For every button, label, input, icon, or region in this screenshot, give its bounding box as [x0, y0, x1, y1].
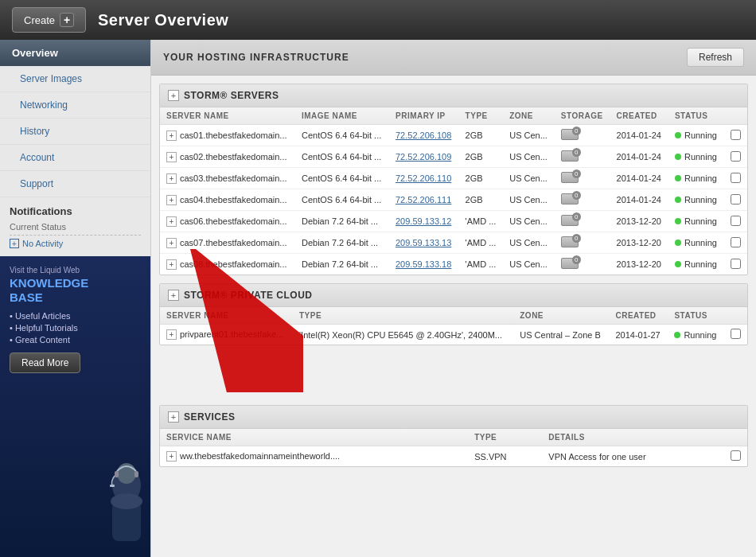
expand-icon[interactable]: + [166, 329, 177, 340]
expand-icon[interactable]: + [166, 451, 177, 462]
table-row: +privparent01.thebestfake... 'Intel(R) X… [160, 325, 747, 345]
table-row: +cas03.thebestfakedomain... CentOS 6.4 6… [160, 168, 747, 189]
ip-link[interactable]: 72.52.206.109 [396, 152, 451, 162]
row-checkbox[interactable] [731, 130, 741, 140]
row-checkbox[interactable] [731, 194, 741, 204]
sidebar-item-server-images[interactable]: Server Images [0, 66, 150, 92]
kb-ad-banner: Visit the Liquid Web KNOWLEDGE BASE Usef… [0, 256, 150, 557]
ip-link[interactable]: 209.59.133.12 [396, 216, 451, 226]
row-checkbox[interactable] [731, 173, 741, 183]
col-svc-details: DETAILS [542, 429, 724, 446]
expand-icon[interactable]: + [166, 173, 177, 184]
ip-link[interactable]: 209.59.133.13 [396, 238, 451, 247]
create-button[interactable]: Create + [12, 7, 86, 33]
row-checkbox[interactable] [731, 237, 741, 247]
status-dot [675, 132, 681, 138]
col-checkbox [724, 107, 747, 125]
storm-servers-section: + STORM® SERVERS SERVER NAME IMAGE NAME … [159, 84, 748, 275]
storage-icon: 0 [561, 215, 579, 226]
plus-icon: + [60, 13, 74, 27]
services-toggle[interactable]: + [168, 411, 179, 423]
expand-icon[interactable]: + [166, 238, 177, 248]
col-storage: STORAGE [555, 107, 610, 125]
kb-ad-title-line1: KNOWLEDGE [10, 276, 88, 290]
expand-icon[interactable]: + [166, 152, 177, 162]
status-running: Running [675, 195, 718, 204]
status-dot [675, 154, 681, 160]
table-row: +cas08.thebestfakedomain... Debian 7.2 6… [160, 254, 747, 275]
storm-private-cloud-title: STORM® PRIVATE CLOUD [184, 290, 313, 301]
ip-link[interactable]: 72.52.206.108 [396, 130, 451, 140]
refresh-button[interactable]: Refresh [687, 48, 744, 67]
disk-badge: 0 [572, 234, 581, 243]
disk-badge: 0 [572, 169, 581, 178]
col-status: STATUS [668, 107, 724, 125]
svg-point-3 [111, 493, 142, 509]
sidebar-item-support[interactable]: Support [0, 171, 150, 197]
sidebar-item-history[interactable]: History [0, 119, 150, 145]
storm-servers-table: SERVER NAME IMAGE NAME PRIMARY IP TYPE Z… [160, 107, 747, 275]
storm-private-cloud-section: + STORM® PRIVATE CLOUD SERVER NAME TYPE … [159, 283, 748, 345]
expand-icon[interactable]: + [166, 195, 177, 205]
status-dot [675, 175, 681, 181]
kb-ad-title: KNOWLEDGE BASE [10, 276, 141, 305]
disk-badge: 0 [572, 148, 581, 157]
expand-icon[interactable]: + [166, 130, 177, 141]
row-checkbox[interactable] [731, 450, 741, 461]
row-checkbox[interactable] [731, 216, 741, 226]
storage-icon: 0 [561, 129, 579, 140]
col-pc-status: STATUS [668, 307, 724, 325]
top-bar: Create + Server Overview [0, 0, 756, 40]
status-running: Running [675, 130, 718, 140]
read-more-button[interactable]: Read More [10, 353, 80, 373]
row-checkbox[interactable] [731, 259, 741, 269]
col-svc-name: SERVICE NAME [160, 429, 468, 446]
status-running: Running [674, 330, 718, 340]
kb-ad-list: Useful Articles Helpful Tutorials Great … [10, 311, 141, 345]
disk-badge: 0 [572, 255, 581, 264]
sidebar-item-overview[interactable]: Overview [0, 40, 150, 66]
disk-shape: 0 [561, 258, 579, 269]
col-server-name: SERVER NAME [160, 107, 295, 125]
table-row: +ww.thebestfakedomainnameintheworld.... … [160, 446, 747, 467]
col-pc-checkbox [724, 307, 747, 325]
content-header-title: YOUR HOSTING INFRASTRUCTURE [163, 52, 349, 63]
kb-ad-item-2: Helpful Tutorials [10, 323, 141, 333]
disk-shape: 0 [561, 129, 579, 140]
storm-private-cloud-toggle[interactable]: + [168, 290, 179, 301]
storm-servers-toggle[interactable]: + [168, 90, 179, 101]
no-activity: + No Activity [10, 239, 141, 248]
plus-small-icon: + [10, 239, 19, 248]
disk-badge: 0 [572, 127, 581, 135]
kb-ad-title-line2: BASE [10, 290, 43, 304]
row-checkbox[interactable] [731, 151, 741, 162]
sidebar-item-account[interactable]: Account [0, 145, 150, 171]
create-label: Create [24, 14, 55, 26]
table-row: +cas02.thebestfakedomain... CentOS 6.4 6… [160, 146, 747, 168]
content-header: YOUR HOSTING INFRASTRUCTURE Refresh [151, 40, 756, 76]
ip-link[interactable]: 72.52.206.110 [396, 173, 451, 183]
expand-icon[interactable]: + [166, 259, 177, 270]
expand-icon[interactable]: + [166, 216, 177, 227]
status-running: Running [675, 216, 718, 226]
svg-rect-5 [134, 471, 138, 477]
storm-servers-title: STORM® SERVERS [184, 90, 279, 101]
row-checkbox[interactable] [731, 329, 741, 339]
disk-shape: 0 [561, 236, 579, 247]
col-svc-type: TYPE [468, 429, 542, 446]
storm-private-cloud-header: + STORM® PRIVATE CLOUD [160, 284, 747, 307]
status-dot [675, 197, 681, 203]
svg-rect-4 [115, 471, 119, 477]
disk-shape: 0 [561, 215, 579, 226]
col-pc-created: CREATED [609, 307, 668, 325]
storage-icon: 0 [561, 150, 579, 162]
storage-icon: 0 [561, 258, 579, 269]
sidebar-item-networking[interactable]: Networking [0, 92, 150, 119]
storm-private-cloud-table: SERVER NAME TYPE ZONE CREATED STATUS +pr… [160, 307, 747, 345]
col-type: TYPE [459, 107, 504, 125]
kb-ad-item-3: Great Content [10, 335, 141, 345]
ip-link[interactable]: 209.59.133.18 [396, 259, 451, 269]
svg-rect-6 [110, 485, 115, 487]
ip-link[interactable]: 72.52.206.111 [396, 195, 451, 204]
disk-shape: 0 [561, 172, 579, 183]
